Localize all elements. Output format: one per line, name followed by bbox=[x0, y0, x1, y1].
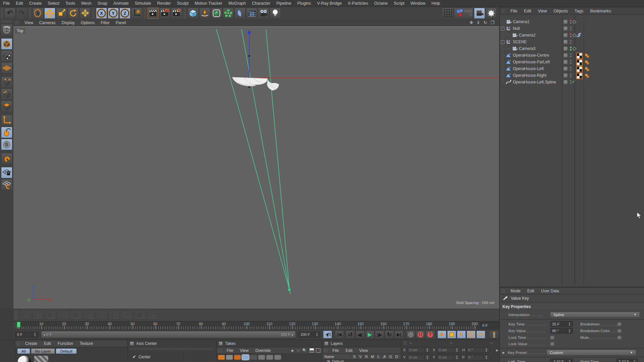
editor-visibility-dot[interactable] bbox=[570, 80, 572, 82]
layer-state-square[interactable] bbox=[564, 40, 568, 44]
draw-spline-button[interactable] bbox=[199, 8, 210, 19]
enable-snap-button[interactable] bbox=[1, 153, 12, 164]
record-rotation-button[interactable]: ↻ bbox=[457, 330, 466, 339]
takes-menu-file[interactable]: File bbox=[223, 348, 236, 354]
menu-simulate[interactable]: Simulate bbox=[132, 0, 154, 6]
menu-snap[interactable]: Snap bbox=[95, 0, 110, 6]
record-position-button[interactable]: ✥ bbox=[437, 330, 446, 339]
materials-menu-function[interactable]: Function bbox=[54, 341, 76, 347]
takes-grip[interactable] bbox=[218, 349, 222, 353]
undo-button[interactable]: ↶ bbox=[4, 8, 15, 19]
attribute-menu-user-data[interactable]: User Data bbox=[538, 288, 562, 294]
materials-menu-texture[interactable]: Texture bbox=[76, 341, 96, 347]
viewport-menu-display[interactable]: Display bbox=[58, 20, 77, 26]
settings-gear-button[interactable] bbox=[486, 8, 497, 19]
field-button[interactable] bbox=[234, 8, 246, 19]
right-time-field[interactable]: 7.47 F▲▼ bbox=[616, 359, 638, 362]
layers-col-l[interactable]: L bbox=[375, 355, 381, 359]
next-key-button[interactable]: ↻ bbox=[385, 330, 394, 339]
materials-tab-default[interactable]: Default bbox=[56, 348, 76, 354]
key-preset-expander-icon[interactable]: ▶ bbox=[502, 351, 505, 354]
menu-plugins[interactable]: Plugins bbox=[294, 0, 314, 6]
record-scale-button[interactable] bbox=[447, 330, 456, 339]
timeline-ruler[interactable]: 0102030405060708090100110120130140150160… bbox=[13, 321, 499, 330]
takes-menu-view[interactable]: View bbox=[236, 348, 252, 354]
plane-tool-icon[interactable]: ▦ bbox=[45, 310, 56, 320]
rotate-view-icon[interactable]: ↻ bbox=[483, 20, 487, 25]
object-row-camera3[interactable]: Camera3 bbox=[500, 45, 644, 52]
object-manager-grip[interactable] bbox=[501, 9, 505, 13]
align-to-spline-tag[interactable] bbox=[576, 33, 581, 38]
layer-state-square[interactable] bbox=[564, 53, 568, 57]
object-name[interactable]: SCENE bbox=[513, 40, 527, 44]
interpolation-dropdown[interactable]: Spline▼ bbox=[550, 312, 640, 318]
object-name[interactable]: OperaHouse-Centre bbox=[513, 53, 549, 58]
editor-visibility-dot[interactable] bbox=[570, 20, 572, 21]
add-cube-button[interactable] bbox=[187, 8, 199, 19]
object-row-null[interactable]: −0Null bbox=[500, 25, 644, 32]
coord-field-h[interactable]: 0 °▲▼ bbox=[466, 347, 490, 353]
object-manager-menu-tags[interactable]: Tags bbox=[571, 8, 587, 14]
points-mode-button[interactable] bbox=[1, 76, 12, 88]
tweak-mode-button[interactable] bbox=[1, 127, 12, 138]
texture-tag[interactable] bbox=[576, 53, 583, 59]
coord-field-y[interactable]: 0 cm▲▼ bbox=[437, 355, 460, 360]
play-forward-button[interactable]: ▶ bbox=[365, 330, 374, 339]
coordinate-system-button[interactable] bbox=[131, 8, 142, 19]
menu-tools[interactable]: Tools bbox=[62, 0, 78, 6]
object-row-operahouse-farleft[interactable]: OperaHouse-FarLeft bbox=[500, 59, 644, 65]
takes-layout-icon[interactable] bbox=[310, 348, 314, 353]
editor-visibility-dot[interactable] bbox=[570, 53, 572, 55]
layer-state-square[interactable] bbox=[564, 33, 568, 37]
menu-script[interactable]: Script bbox=[391, 0, 408, 6]
mute-checkbox[interactable] bbox=[617, 336, 622, 340]
editor-visibility-dot[interactable] bbox=[570, 60, 572, 62]
lock-x-button[interactable]: X bbox=[96, 8, 107, 19]
object-manager-menu-bookmarks[interactable]: Bookmarks bbox=[587, 8, 614, 14]
help-circle-button[interactable]: ? bbox=[426, 330, 435, 339]
scene-camera-icon[interactable] bbox=[572, 47, 577, 51]
viewport-menu-filter[interactable]: Filter bbox=[98, 20, 113, 26]
menu-edit[interactable]: Edit bbox=[13, 0, 26, 6]
layer-state-square[interactable] bbox=[564, 80, 568, 84]
record-circle-button[interactable]: ( ) bbox=[416, 330, 425, 339]
key-circle-button[interactable] bbox=[406, 330, 415, 339]
split-tool-icon[interactable]: ▥ bbox=[83, 310, 95, 320]
materials-menu-edit[interactable]: Edit bbox=[41, 341, 54, 347]
palette-grip[interactable] bbox=[2, 20, 12, 23]
workplane-grid-button[interactable] bbox=[1, 179, 12, 190]
go-to-end-button[interactable]: ▶| bbox=[394, 330, 404, 339]
zoom-view-icon[interactable]: ⇕ bbox=[477, 20, 480, 25]
materials-menu-create[interactable]: Create bbox=[22, 341, 41, 347]
coord-field-p[interactable]: 0 °▲▼ bbox=[466, 355, 490, 360]
render-visibility-dot[interactable] bbox=[570, 36, 572, 37]
smooth-tool-icon[interactable]: ▩ bbox=[134, 310, 146, 320]
menu-octane[interactable]: Octane bbox=[371, 0, 390, 6]
tree-expander-icon[interactable]: − bbox=[501, 40, 504, 44]
takes-more-arrow-icon[interactable]: ▶ bbox=[291, 349, 294, 352]
coord-field-x[interactable]: 0 cm▲▼ bbox=[407, 347, 431, 353]
layers-col-m[interactable]: M bbox=[369, 355, 375, 359]
texture-tag[interactable] bbox=[576, 66, 583, 72]
floor-button[interactable] bbox=[246, 8, 257, 19]
pan-view-icon[interactable]: ✥ bbox=[470, 20, 473, 25]
points-grid-tool-icon[interactable]: ⠿ bbox=[19, 310, 31, 320]
takes-user3-icon[interactable] bbox=[274, 355, 281, 360]
attribute-manager-grip[interactable] bbox=[501, 289, 505, 293]
takes-menu-override[interactable]: Override bbox=[252, 348, 274, 354]
materials-tab-no-layer[interactable]: No Layer bbox=[31, 348, 55, 354]
render-visibility-dot[interactable] bbox=[570, 69, 572, 71]
workplane-mode-button[interactable] bbox=[1, 62, 12, 74]
object-row-scene[interactable]: −0SCENE bbox=[500, 39, 644, 45]
psr-transfer-button[interactable]: PSR0 bbox=[454, 8, 473, 19]
layers-col-a[interactable]: A bbox=[381, 355, 387, 359]
axis-center-grip[interactable] bbox=[130, 348, 215, 350]
key-value-field[interactable]: 90 °▲▼ bbox=[550, 328, 573, 334]
texture-tag[interactable] bbox=[576, 73, 583, 79]
rotate-button[interactable] bbox=[68, 8, 79, 19]
menu-create[interactable]: Create bbox=[26, 0, 45, 6]
recycle-tool-icon[interactable]: ▨ bbox=[109, 310, 120, 320]
camera-toggle-button[interactable] bbox=[474, 8, 485, 19]
takes-child-take-icon[interactable] bbox=[226, 355, 233, 360]
viewport-canvas[interactable]: Top bbox=[13, 26, 499, 309]
